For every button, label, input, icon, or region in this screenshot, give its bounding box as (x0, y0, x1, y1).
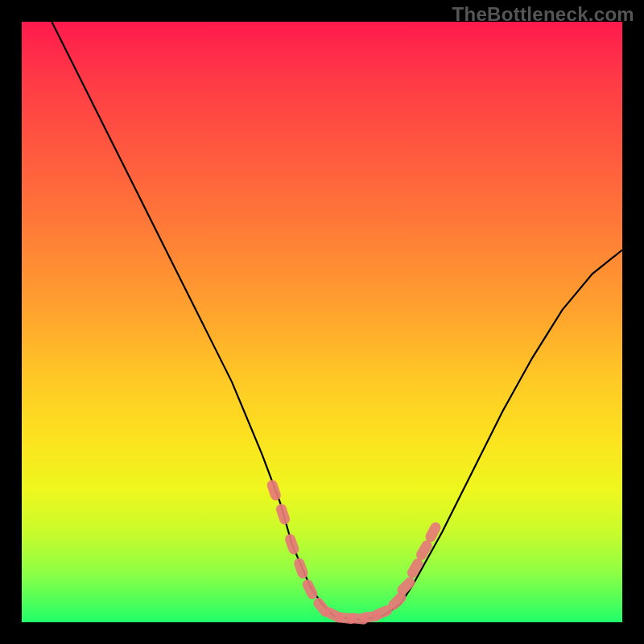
marker-left-cluster (266, 479, 283, 502)
marker-right-cluster (415, 539, 434, 562)
bottleneck-curve (52, 22, 622, 619)
marker-layer (266, 479, 443, 625)
marker-left-cluster (283, 533, 300, 556)
chart-overlay (22, 22, 622, 622)
marker-right-cluster (423, 521, 443, 544)
marker-left-cluster (292, 556, 309, 580)
chart-frame: TheBottleneck.com (0, 0, 644, 644)
marker-left-cluster (275, 502, 291, 526)
watermark-label: TheBottleneck.com (452, 3, 634, 26)
